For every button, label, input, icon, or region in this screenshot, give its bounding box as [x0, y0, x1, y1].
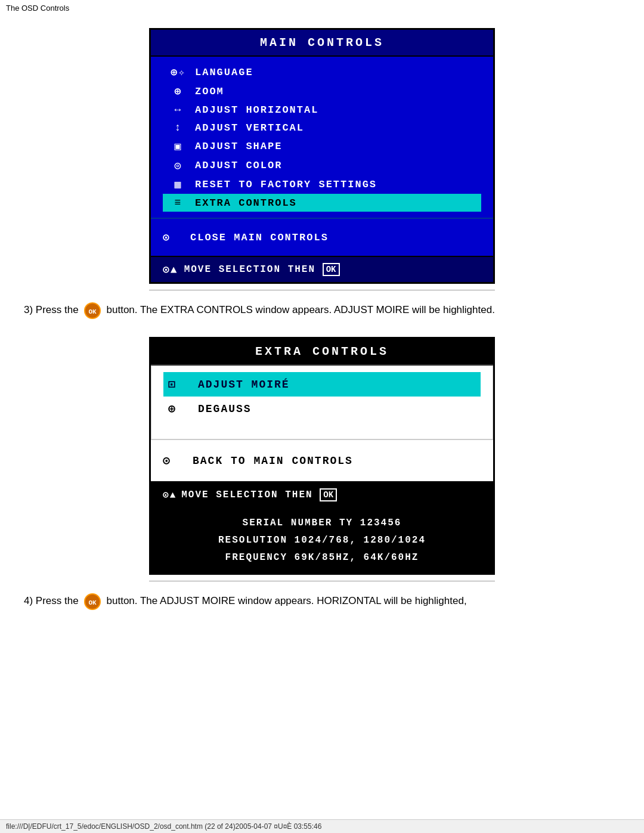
status-text: file:///D|/EDFU/crt_17_5/edoc/ENGLISH/OS… [6, 822, 321, 831]
adjust-shape-icon: ▣ [168, 140, 189, 153]
language-label: LANGUAGE [195, 67, 253, 78]
instruction-3: 3) Press the OK button. The EXTRA CONTRO… [24, 302, 620, 319]
spacer [163, 421, 481, 433]
adjust-horizontal-icon: ↔ [168, 104, 189, 116]
adjust-vertical-icon: ↕ [168, 122, 189, 134]
close-main-controls-label: CLOSE MAIN CONTROLS [190, 232, 329, 243]
extra-controls-menu: ⊡ ADJUST MOIRÉ ⊕ DEGAUSS [151, 366, 493, 439]
ok-badge: OK [323, 263, 340, 276]
zoom-label: ZOOM [195, 86, 224, 97]
menu-item-extra-controls[interactable]: ≡ EXTRA CONTROLS [163, 194, 481, 212]
back-to-main-controls-item[interactable]: ⊙ BACK TO MAIN CONTROLS [163, 448, 481, 473]
instruction-3-middle: button. The EXTRA CONTROLS window appear… [107, 304, 495, 315]
page-title: The OSD Controls [6, 4, 69, 13]
close-icon: ⊙ [163, 231, 184, 244]
main-content: MAIN CONTROLS ⊕✧ LANGUAGE ⊕ ZOOM ↔ ADJUS… [0, 16, 644, 640]
extra-move-icon: ⊙▲ [163, 489, 177, 501]
move-selection-icon: ⊙▲ [163, 263, 178, 276]
close-main-controls-item[interactable]: ⊙ CLOSE MAIN CONTROLS [163, 226, 481, 249]
zoom-icon: ⊕ [168, 85, 189, 98]
language-icon: ⊕✧ [168, 66, 189, 79]
degauss-icon: ⊕ [168, 401, 192, 416]
adjust-shape-label: ADJUST SHAPE [195, 141, 282, 152]
page-header: The OSD Controls [0, 0, 644, 16]
main-controls-footer: ⊙▲ MOVE SELECTION THEN OK [151, 256, 493, 282]
main-controls-title: MAIN CONTROLS [260, 36, 384, 49]
extra-controls-title-bar: EXTRA CONTROLS [151, 339, 493, 366]
instruction-4: 4) Press the OK button. The ADJUST MOIRE… [24, 593, 620, 610]
extra-controls-label: EXTRA CONTROLS [195, 197, 297, 209]
reset-factory-icon: ▦ [168, 178, 189, 191]
separator-2 [149, 581, 495, 581]
instruction-3-prefix: 3) Press the [24, 304, 79, 315]
extra-controls-title: EXTRA CONTROLS [255, 345, 389, 358]
resolution: RESOLUTION 1024/768, 1280/1024 [163, 532, 481, 549]
extra-controls-footer: ⊙▲ MOVE SELECTION THEN OK [151, 481, 493, 507]
menu-item-adjust-color[interactable]: ◎ ADJUST COLOR [163, 156, 481, 175]
reset-factory-label: RESET TO FACTORY SETTINGS [195, 179, 377, 190]
ok-button-inline-2: OK [84, 593, 101, 610]
instruction-4-middle: button. The ADJUST MOIRE window appears.… [107, 596, 467, 607]
degauss-label: DEGAUSS [198, 403, 252, 415]
ok-button-inline-1: OK [84, 302, 101, 319]
menu-item-language[interactable]: ⊕✧ LANGUAGE [163, 63, 481, 82]
main-controls-screen: MAIN CONTROLS ⊕✧ LANGUAGE ⊕ ZOOM ↔ ADJUS… [149, 28, 495, 284]
adjust-moire-icon: ⊡ [168, 377, 192, 392]
extra-move-label: MOVE SELECTION THEN [181, 490, 312, 500]
frequency: FREQUENCY 69K/85HZ, 64K/60HZ [163, 549, 481, 566]
menu-item-adjust-vertical[interactable]: ↕ ADJUST VERTICAL [163, 119, 481, 137]
adjust-color-label: ADJUST COLOR [195, 160, 282, 171]
extra-info-section: SERIAL NUMBER TY 123456 RESOLUTION 1024/… [151, 507, 493, 573]
main-controls-title-bar: MAIN CONTROLS [151, 30, 493, 57]
adjust-color-icon: ◎ [168, 159, 189, 172]
main-controls-menu: ⊕✧ LANGUAGE ⊕ ZOOM ↔ ADJUST HORIZONTAL ↕… [151, 57, 493, 218]
back-to-main-label: BACK TO MAIN CONTROLS [193, 455, 353, 467]
adjust-horizontal-label: ADJUST HORIZONTAL [195, 104, 318, 116]
back-icon: ⊙ [163, 453, 187, 468]
status-bar: file:///D|/EDFU/crt_17_5/edoc/ENGLISH/OS… [0, 819, 644, 833]
menu-item-reset-factory[interactable]: ▦ RESET TO FACTORY SETTINGS [163, 175, 481, 194]
menu-item-adjust-horizontal[interactable]: ↔ ADJUST HORIZONTAL [163, 101, 481, 119]
extra-item-adjust-moire[interactable]: ⊡ ADJUST MOIRÉ [163, 372, 481, 397]
adjust-vertical-label: ADJUST VERTICAL [195, 122, 304, 134]
extra-controls-bottom: ⊙ BACK TO MAIN CONTROLS [151, 439, 493, 481]
instruction-4-prefix: 4) Press the [24, 596, 79, 607]
adjust-moire-label: ADJUST MOIRÉ [198, 379, 290, 391]
menu-item-adjust-shape[interactable]: ▣ ADJUST SHAPE [163, 137, 481, 156]
separator-1 [149, 290, 495, 290]
main-controls-bottom: ⊙ CLOSE MAIN CONTROLS [151, 218, 493, 256]
move-selection-label: MOVE SELECTION THEN [184, 264, 315, 275]
serial-number: SERIAL NUMBER TY 123456 [163, 515, 481, 532]
extra-controls-screen: EXTRA CONTROLS ⊡ ADJUST MOIRÉ ⊕ DEGAUSS … [149, 337, 495, 575]
extra-controls-icon: ≡ [168, 197, 189, 209]
extra-ok-badge: OK [320, 488, 337, 501]
menu-item-zoom[interactable]: ⊕ ZOOM [163, 82, 481, 101]
extra-item-degauss[interactable]: ⊕ DEGAUSS [163, 397, 481, 421]
